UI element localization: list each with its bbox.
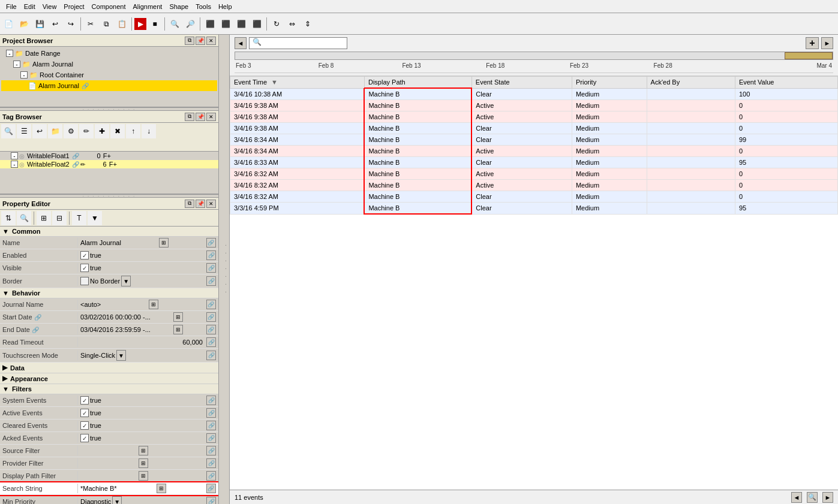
tag-browse-btn-9[interactable]: ↑ (126, 124, 140, 138)
table-row[interactable]: 3/4/16 8:32 AMMachine BClearMedium0 (230, 191, 838, 203)
tag-browser-pin[interactable]: 📌 (196, 113, 205, 121)
section-header-data[interactable]: ▶ Data (0, 363, 218, 373)
tree-item-alarm-journal[interactable]: - 📁 Alarm Journal (1, 59, 217, 70)
checkbox-cleared-events[interactable]: ✓ (80, 421, 89, 430)
data-collapse-icon[interactable]: ▶ (2, 364, 7, 372)
toolbar-align-left[interactable]: ⬛ (203, 17, 217, 31)
menu-view[interactable]: View (39, 2, 61, 11)
section-header-behavior[interactable]: ▼ Behavior (0, 288, 218, 298)
prop-editor-restore[interactable]: ⧉ (185, 200, 194, 208)
prop-btn-search-string-edit[interactable]: ⊞ (157, 484, 166, 493)
toolbar-copy[interactable]: ⧉ (99, 17, 113, 31)
checkbox-enabled[interactable]: ✓ (80, 251, 89, 259)
timeline-next-btn[interactable]: ► (821, 37, 833, 49)
prop-btn-display-path-filter-link[interactable]: 🔗 (206, 471, 216, 481)
prop-btn-acked-events[interactable]: 🔗 (206, 433, 216, 443)
timeline-prev-btn[interactable]: ◄ (235, 37, 247, 49)
col-header-acked-by[interactable]: Ack'ed By (647, 77, 735, 89)
table-row[interactable]: 3/4/16 8:32 AMMachine BActiveMedium0 (230, 168, 838, 180)
menu-shape[interactable]: Shape (166, 2, 192, 11)
toolbar-align-bottom[interactable]: ⬛ (250, 17, 264, 31)
project-browser-pin[interactable]: 📌 (196, 37, 205, 45)
tree-item-root-container[interactable]: - 📁 Root Container (1, 70, 217, 80)
toolbar-open[interactable]: 📂 (17, 17, 31, 31)
menu-tools[interactable]: Tools (192, 2, 215, 11)
prop-btn-touchscreen[interactable]: 🔗 (206, 351, 216, 360)
section-header-appearance[interactable]: ▶ Appearance (0, 373, 218, 384)
filters-collapse-icon[interactable]: ▼ (2, 385, 9, 393)
checkbox-visible[interactable]: ✓ (80, 264, 89, 272)
table-row[interactable]: 3/4/16 9:38 AMMachine BClearMedium0 (230, 123, 838, 134)
section-header-common[interactable]: ▼ Common (0, 227, 218, 237)
toolbar-stop[interactable]: ■ (148, 17, 162, 31)
toolbar-redo[interactable]: ↪ (64, 17, 78, 31)
tag-browse-btn-2[interactable]: ☰ (17, 124, 31, 138)
tree-expand-alarm-journal[interactable]: - (13, 61, 20, 68)
common-collapse-icon[interactable]: ▼ (2, 228, 9, 235)
tree-expand-date-range[interactable]: - (6, 50, 13, 57)
checkbox-border[interactable] (80, 277, 89, 285)
prop-dropdown-min-priority[interactable]: ▼ (112, 496, 122, 504)
tag-browse-btn-10[interactable]: ↓ (142, 124, 156, 138)
prop-btn-enabled[interactable]: 🔗 (206, 251, 216, 260)
prop-btn-provider-filter-link[interactable]: 🔗 (206, 458, 216, 468)
prop-btn-journal-name-edit[interactable]: ⊞ (149, 300, 158, 309)
prop-btn-visible[interactable]: 🔗 (206, 263, 216, 273)
prop-btn-cleared-events[interactable]: 🔗 (206, 421, 216, 430)
prop-btn-start-date-edit[interactable]: ⊞ (173, 312, 183, 322)
behavior-collapse-icon[interactable]: ▼ (2, 289, 9, 297)
prop-btn-display-path-filter-edit[interactable]: ⊞ (139, 471, 148, 481)
status-search[interactable]: 🔍 (807, 492, 818, 503)
menu-component[interactable]: Component (88, 2, 130, 11)
toolbar-align-top[interactable]: ⬛ (234, 17, 248, 31)
prop-btn-min-priority[interactable]: 🔗 (206, 497, 216, 504)
appearance-collapse-icon[interactable]: ▶ (2, 375, 7, 382)
col-header-display-path[interactable]: Display Path (364, 77, 471, 89)
prop-text-btn[interactable]: T (72, 211, 86, 225)
prop-sort-btn[interactable]: ⇅ (1, 211, 16, 225)
prop-editor-close[interactable]: ✕ (206, 200, 216, 208)
prop-btn-source-filter-link[interactable]: 🔗 (206, 446, 216, 455)
prop-more-btn[interactable]: ▼ (88, 211, 102, 225)
prop-collapse-all-btn[interactable]: ⊟ (52, 211, 67, 225)
toolbar-zoom-in[interactable]: 🔍 (167, 17, 182, 31)
prop-btn-system-events[interactable]: 🔗 (206, 396, 216, 405)
prop-btn-name-edit[interactable]: ⊞ (159, 238, 169, 248)
table-row[interactable]: 3/3/16 4:59 PMMachine BClearMedium95 (230, 203, 838, 215)
prop-btn-active-events[interactable]: 🔗 (206, 408, 216, 418)
timeline-zoom-in-btn[interactable]: + (806, 37, 819, 49)
prop-expand-all-btn[interactable]: ⊞ (37, 211, 51, 225)
tag-browse-btn-8[interactable]: ✖ (110, 124, 125, 138)
prop-btn-read-timeout[interactable]: 🔗 (206, 337, 216, 347)
prop-btn-end-date-link[interactable]: 🔗 (206, 325, 216, 334)
project-browser-close[interactable]: ✕ (206, 37, 216, 45)
tag-browser-close[interactable]: ✕ (206, 113, 216, 121)
prop-filter-btn[interactable]: 🔍 (17, 211, 31, 225)
toolbar-save[interactable]: 💾 (32, 17, 47, 31)
tag-browse-btn-5[interactable]: ⚙ (64, 124, 78, 138)
project-browser-restore[interactable]: ⧉ (185, 37, 194, 45)
timeline-scrollbar-thumb[interactable] (785, 52, 833, 59)
tag-row-2[interactable]: - ◎ WritableFloat2 🔗 ✏ 6 F+ (0, 160, 218, 168)
status-nav-prev[interactable]: ◄ (791, 492, 802, 503)
menu-project[interactable]: Project (60, 2, 88, 11)
menu-alignment[interactable]: Alignment (129, 2, 166, 11)
toolbar-flip-h[interactable]: ⇔ (285, 17, 299, 31)
status-nav-next[interactable]: ► (822, 492, 833, 503)
toolbar-flip-v[interactable]: ⇕ (301, 17, 315, 31)
tree-expand-root[interactable]: - (20, 71, 28, 79)
tag-expand-2[interactable]: - (11, 161, 18, 168)
table-row[interactable]: 3/4/16 9:38 AMMachine BActiveMedium0 (230, 111, 838, 123)
toolbar-rotate[interactable]: ↻ (269, 17, 284, 31)
tag-browse-btn-6[interactable]: ✏ (79, 124, 94, 138)
col-header-event-time[interactable]: Event Time ▼ (230, 77, 365, 89)
timeline-date-input[interactable]: 3/2/16 - 3/4/16 (249, 37, 347, 49)
tag-row-1[interactable]: - ◎ WritableFloat1 🔗 0 F+ (0, 152, 218, 160)
table-row[interactable]: 3/4/16 8:32 AMMachine BActiveMedium0 (230, 180, 838, 191)
menu-edit[interactable]: Edit (20, 2, 39, 11)
toolbar-undo[interactable]: ↩ (48, 17, 62, 31)
prop-btn-border[interactable]: 🔗 (206, 276, 216, 286)
col-header-priority[interactable]: Priority (572, 77, 647, 89)
toolbar-zoom-out[interactable]: 🔎 (183, 17, 197, 31)
menu-file[interactable]: File (2, 2, 20, 11)
